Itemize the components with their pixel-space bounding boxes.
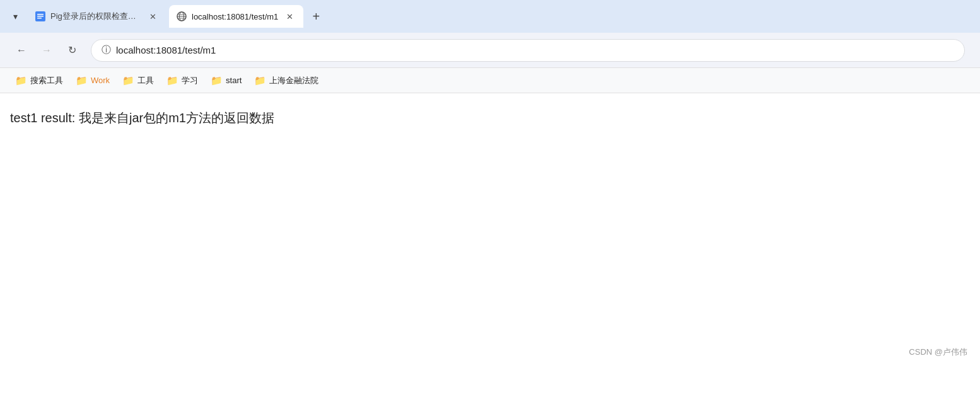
tab-doc-title: Pig登录后的权限检查流程 - 飞... bbox=[50, 11, 141, 22]
bookmarks-bar: 📁 搜索工具 📁 Work 📁 工具 📁 学习 📁 start 📁 上海金融法院 bbox=[0, 68, 980, 93]
svg-rect-2 bbox=[37, 16, 44, 17]
folder-icon-start: 📁 bbox=[211, 75, 223, 86]
globe-favicon-icon bbox=[177, 11, 187, 21]
bookmark-tools[interactable]: 📁 工具 bbox=[117, 72, 159, 89]
bookmark-study-label: 学习 bbox=[182, 75, 198, 86]
tab-doc[interactable]: Pig登录后的权限检查流程 - 飞... ✕ bbox=[28, 5, 166, 28]
info-icon: ⓘ bbox=[102, 44, 111, 56]
folder-icon-shanghai: 📁 bbox=[254, 75, 266, 86]
page-result-text: test1 result: 我是来自jar包的m1方法的返回数据 bbox=[10, 108, 970, 127]
bookmark-tools-label: 工具 bbox=[137, 75, 154, 86]
address-input[interactable] bbox=[116, 45, 954, 55]
folder-icon-work: 📁 bbox=[76, 75, 88, 86]
doc-favicon-icon bbox=[35, 11, 45, 21]
tab-doc-close[interactable]: ✕ bbox=[146, 10, 159, 23]
bookmark-shanghai-label: 上海金融法院 bbox=[269, 75, 318, 86]
tab-localhost[interactable]: localhost:18081/test/m1 ✕ bbox=[169, 5, 303, 28]
new-tab-button[interactable]: + bbox=[306, 6, 326, 26]
forward-button[interactable]: → bbox=[35, 39, 58, 62]
folder-icon-study: 📁 bbox=[166, 75, 178, 86]
tab-list-button[interactable]: ▾ bbox=[5, 6, 25, 26]
title-bar: ▾ Pig登录后的权限检查流程 - 飞... ✕ localhost:18081… bbox=[0, 0, 980, 33]
bookmark-study[interactable]: 📁 学习 bbox=[161, 72, 203, 89]
tab-localhost-close[interactable]: ✕ bbox=[283, 10, 296, 23]
folder-icon: 📁 bbox=[15, 75, 27, 86]
svg-rect-1 bbox=[37, 14, 44, 15]
folder-icon-tools: 📁 bbox=[122, 75, 134, 86]
bookmark-work[interactable]: 📁 Work bbox=[71, 72, 115, 89]
nav-bar: ← → ↻ ⓘ bbox=[0, 33, 980, 68]
tab-localhost-title: localhost:18081/test/m1 bbox=[192, 12, 278, 21]
bookmark-shanghai[interactable]: 📁 上海金融法院 bbox=[249, 72, 324, 89]
back-button[interactable]: ← bbox=[10, 39, 33, 62]
watermark: CSDN @卢伟伟 bbox=[909, 347, 967, 358]
address-bar-container: ⓘ bbox=[91, 39, 965, 62]
page-content: test1 result: 我是来自jar包的m1方法的返回数据 CSDN @卢… bbox=[0, 93, 980, 370]
bookmark-search-tools-label: 搜索工具 bbox=[30, 75, 63, 86]
reload-button[interactable]: ↻ bbox=[61, 39, 83, 62]
bookmark-start-label: start bbox=[226, 76, 242, 85]
bookmark-start[interactable]: 📁 start bbox=[206, 72, 247, 89]
bookmark-work-label: Work bbox=[91, 76, 110, 85]
svg-rect-3 bbox=[37, 18, 42, 19]
bookmark-search-tools[interactable]: 📁 搜索工具 bbox=[10, 72, 68, 89]
